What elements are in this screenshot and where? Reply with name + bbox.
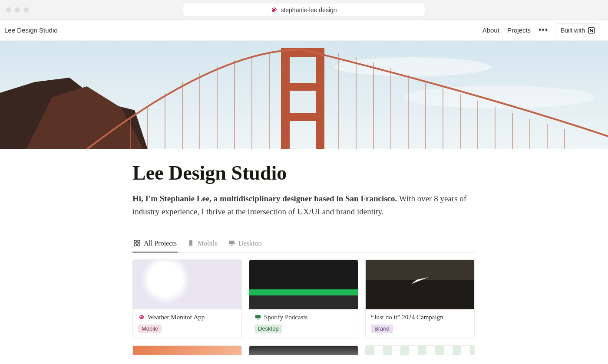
svg-point-2 (334, 57, 491, 76)
top-nav: Lee Design Studio About Projects ••• Bui… (0, 20, 608, 41)
card-title-row: Spotify Podcasts (254, 314, 353, 321)
project-card-spotify[interactable]: Spotify Podcasts Desktop (249, 259, 358, 338)
card-cover (249, 346, 358, 355)
card-cover (366, 346, 474, 355)
intro-paragraph: Hi, I'm Stephanie Lee, a multidisciplina… (132, 192, 476, 219)
project-card-row2c[interactable] (365, 345, 475, 355)
weather-emoji-icon (138, 314, 145, 321)
desktop-emoji-icon (254, 314, 261, 321)
desktop-icon (228, 239, 235, 247)
svg-rect-43 (257, 319, 259, 319)
tab-all-projects[interactable]: All Projects (132, 236, 178, 253)
more-menu[interactable]: ••• (539, 26, 548, 35)
site-title[interactable]: Lee Design Studio (4, 26, 58, 34)
svg-point-41 (140, 316, 142, 318)
svg-rect-5 (317, 49, 323, 149)
tab-label: All Projects (144, 239, 177, 247)
view-tabs: All Projects Mobile Desktop (132, 236, 476, 253)
minimize-dot[interactable] (15, 7, 20, 13)
card-title: “Just do it” 2024 Campaign (371, 314, 443, 321)
built-with-label: Built with (561, 27, 585, 34)
svg-rect-42 (255, 315, 261, 318)
card-cover (133, 346, 241, 355)
card-title: Spotify Podcasts (264, 314, 307, 321)
svg-rect-39 (231, 245, 233, 246)
project-card-row2a[interactable] (132, 345, 242, 355)
page-content: Lee Design Studio Hi, I'm Stephanie Lee,… (132, 149, 476, 355)
built-with-button[interactable]: Built with (556, 23, 600, 37)
svg-rect-32 (134, 240, 136, 243)
url-text: stephanie-lee.design (281, 7, 337, 13)
svg-rect-34 (134, 244, 136, 246)
zoom-dot[interactable] (23, 7, 29, 13)
svg-rect-7 (282, 84, 323, 89)
svg-point-40 (139, 315, 144, 320)
tag-mobile: Mobile (138, 325, 162, 333)
svg-rect-8 (282, 115, 323, 120)
project-card-row2b[interactable] (249, 345, 358, 355)
svg-rect-4 (282, 49, 288, 149)
tab-mobile[interactable]: Mobile (186, 236, 218, 253)
card-title-row: “Just do it” 2024 Campaign (371, 314, 469, 321)
project-card-weather[interactable]: Weather Monitor App Mobile (132, 259, 242, 338)
url-bar[interactable]: stephanie-lee.design (183, 3, 425, 16)
tab-label: Desktop (238, 239, 261, 247)
project-gallery: Weather Monitor App Mobile Spotify Podca… (132, 259, 476, 355)
card-cover (133, 260, 241, 309)
intro-bold: Hi, I'm Stephanie Lee, a multidisciplina… (132, 194, 397, 203)
card-title: Weather Monitor App (148, 314, 205, 321)
mobile-icon (187, 239, 195, 247)
svg-rect-35 (138, 244, 140, 246)
window-controls (0, 7, 29, 13)
svg-rect-37 (190, 245, 192, 246)
nav-about[interactable]: About (482, 26, 499, 34)
notion-icon (588, 26, 595, 34)
svg-rect-38 (229, 241, 235, 245)
svg-point-3 (404, 86, 595, 108)
project-card-nike[interactable]: “Just do it” 2024 Campaign Brand (365, 259, 475, 338)
page-title: Lee Design Studio (132, 161, 476, 184)
tag-brand: Brand (371, 325, 393, 333)
card-cover (366, 260, 474, 309)
tab-label: Mobile (198, 239, 218, 247)
nav-right: About Projects ••• Built with (482, 23, 600, 37)
nav-projects[interactable]: Projects (507, 26, 531, 34)
tab-desktop[interactable]: Desktop (227, 236, 262, 253)
card-title-row: Weather Monitor App (138, 314, 236, 321)
svg-rect-33 (138, 240, 140, 243)
close-dot[interactable] (6, 7, 11, 13)
tag-desktop: Desktop (254, 325, 282, 333)
card-cover (249, 260, 358, 309)
gallery-icon (133, 239, 141, 247)
hero-banner (0, 41, 608, 149)
browser-chrome: stephanie-lee.design (0, 0, 608, 20)
favicon-icon (271, 7, 277, 13)
